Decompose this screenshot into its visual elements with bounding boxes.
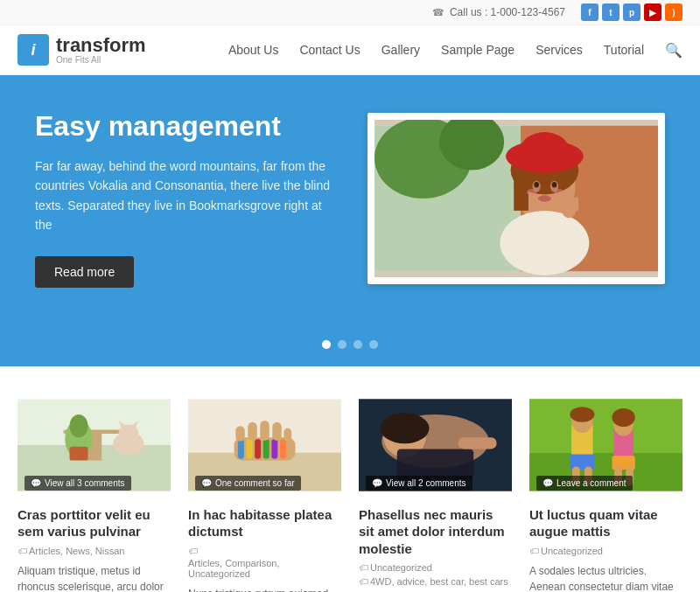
card-3-tags: 🏷 Uncategorized [359,562,512,573]
logo[interactable]: i transform One Fits All [18,34,146,66]
card-4-comment-badge: 💬 Leave a comment [536,476,633,491]
hero-readmore-button[interactable]: Read more [35,256,134,288]
hero-image-wrapper [368,113,665,284]
svg-rect-44 [272,421,282,440]
svg-point-18 [500,211,589,275]
card-1-tags: 🏷 Articles, News, Nissan [18,546,171,556]
svg-rect-45 [284,428,291,442]
logo-icon: i [18,34,49,66]
nav-tutorial[interactable]: Tutorial [604,43,644,57]
cards-grid: 💬 View all 3 comments Cras porttitor vel… [18,393,682,592]
card-3-tags2: 🏷 4WD, advice, best car, best cars [359,576,512,587]
phone-icon: ☎ [432,7,444,18]
tag-icon-1: 🏷 [18,546,27,556]
card-2-image-wrap: 💬 One comment so far [188,393,341,498]
svg-rect-52 [458,437,497,449]
top-bar: ☎ Call us : 1-000-123-4567 f t p ▶ ) [0,0,700,25]
header: i transform One Fits All About Us Contac… [0,25,700,75]
nav-sample[interactable]: Sample Page [441,43,514,57]
svg-rect-7 [514,171,528,211]
tag-icon-3b: 🏷 [359,576,368,587]
svg-rect-35 [238,439,244,459]
card-3-comment-badge: 💬 View all 2 comments [366,476,472,491]
card-2-title: In hac habitasse platea dictumst [188,506,341,540]
svg-rect-43 [260,421,270,441]
svg-point-50 [381,413,430,443]
svg-point-13 [552,182,557,187]
hero-image [374,120,658,277]
comment-icon-4: 💬 [542,478,553,488]
comment-icon-1: 💬 [31,478,41,488]
logo-title: transform [56,36,146,55]
svg-rect-20 [574,197,579,212]
svg-rect-27 [70,446,88,460]
card-4: 💬 Leave a comment Ut luctus quam vitae a… [529,393,682,592]
svg-rect-51 [397,449,474,479]
svg-rect-56 [529,399,682,452]
card-1: 💬 View all 3 comments Cras porttitor vel… [18,393,171,592]
dot-3[interactable] [354,340,362,349]
main-nav: About Us Contact Us Gallery Sample Page … [228,42,682,59]
card-4-title: Ut luctus quam vitae augue mattis [529,506,682,540]
tag-icon-4: 🏷 [529,546,539,556]
card-2-body: Nunc tristique rutrum euismod. Quisque v… [188,586,341,592]
card-2: 💬 One comment so far In hac habitasse pl… [188,393,341,592]
hero-text: Far far away, behind the word mountains,… [35,157,332,235]
svg-rect-40 [280,439,286,459]
twitter-icon[interactable]: t [602,3,620,21]
svg-rect-60 [570,454,594,470]
logo-text: transform One Fits All [56,36,146,65]
svg-rect-42 [248,421,257,440]
card-4-image-wrap: 💬 Leave a comment [529,393,682,498]
nav-gallery[interactable]: Gallery [382,43,420,57]
logo-subtitle: One Fits All [56,55,146,65]
card-2-comment-badge: 💬 One comment so far [195,476,301,491]
card-4-body: A sodales lectus ultricies. Aenean conse… [529,563,682,592]
svg-rect-39 [271,439,277,459]
svg-rect-37 [255,439,261,459]
pinterest-icon[interactable]: p [623,3,640,21]
cards-section: 💬 View all 3 comments Cras porttitor vel… [0,366,700,592]
card-1-comment-badge: 💬 View all 3 comments [24,476,131,491]
svg-point-26 [70,414,88,437]
hero-content: Easy management Far far away, behind the… [35,110,332,288]
comment-icon-2: 💬 [201,478,212,488]
svg-rect-41 [235,426,245,442]
card-2-tags: 🏷 Articles, Comparison, Uncategorized [188,546,341,579]
svg-point-9 [521,132,570,168]
dot-2[interactable] [338,340,346,349]
svg-point-14 [527,189,536,195]
nav-services[interactable]: Services [536,43,583,57]
rss-icon[interactable]: ) [665,3,682,21]
card-1-body: Aliquam tristique, metus id rhoncus scel… [18,563,171,592]
svg-point-59 [570,407,594,422]
hero-section: Easy management Far far away, behind the… [0,75,700,340]
nav-contact[interactable]: Contact Us [299,43,360,57]
phone-number: Call us : 1-000-123-4567 [450,6,565,18]
dot-1[interactable] [322,340,331,349]
svg-point-15 [555,189,564,195]
comment-icon-3: 💬 [372,478,382,488]
social-icons-group: f t p ▶ ) [581,3,682,21]
top-bar-contact: ☎ Call us : 1-000-123-4567 f t p ▶ ) [432,3,682,21]
svg-rect-38 [263,439,270,459]
card-3: 💬 View all 2 comments Phasellus nec maur… [359,393,512,592]
card-3-image-wrap: 💬 View all 2 comments [359,393,512,498]
card-4-tags: 🏷 Uncategorized [529,546,682,556]
tag-icon-2: 🏷 [188,546,198,556]
hero-title: Easy management [35,110,332,143]
search-icon[interactable]: 🔍 [665,42,682,59]
hero-image-box [368,113,665,284]
dot-4[interactable] [369,340,378,349]
card-3-title: Phasellus nec mauris sit amet dolor inte… [359,506,512,558]
svg-rect-36 [247,439,253,459]
facebook-icon[interactable]: f [581,3,598,21]
card-1-title: Cras porttitor velit eu sem varius pulvi… [18,506,171,540]
svg-point-65 [612,408,635,427]
youtube-icon[interactable]: ▶ [644,3,662,21]
svg-point-16 [538,196,551,202]
nav-about[interactable]: About Us [228,43,279,57]
hero-dots [0,340,700,366]
card-1-image-wrap: 💬 View all 3 comments [18,393,171,498]
tag-icon-3: 🏷 [359,562,368,573]
